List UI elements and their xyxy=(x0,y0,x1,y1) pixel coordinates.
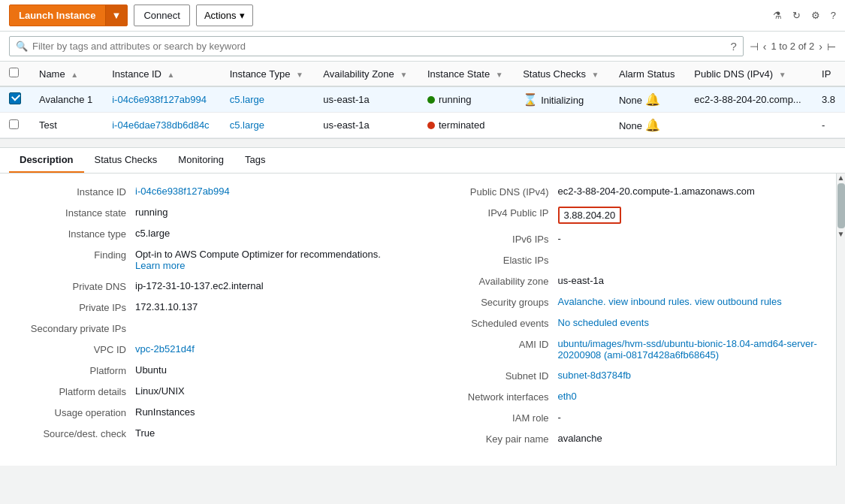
search-input[interactable] xyxy=(32,41,726,52)
instance-id-link[interactable]: i-04c6e938f127ab994 xyxy=(112,94,207,105)
actions-button[interactable]: Actions ▾ xyxy=(196,5,253,26)
desc-value[interactable]: vpc-2b521d4f xyxy=(135,343,408,355)
row-instance-type[interactable]: c5.large xyxy=(221,113,315,138)
desc-label: Usage operation xyxy=(15,406,135,418)
launch-instance-dropdown[interactable]: ▼ xyxy=(105,5,128,26)
desc-label: Elastic IPs xyxy=(438,254,558,266)
toolbar: Launch Instance ▼ Connect Actions ▾ ⚗ ↻ … xyxy=(0,0,845,32)
desc-value[interactable]: Avalanche. view inbound rules. view outb… xyxy=(558,296,831,307)
desc-value[interactable]: subnet-8d3784fb xyxy=(558,370,831,381)
row-public-dns xyxy=(685,113,813,138)
connect-button[interactable]: Connect xyxy=(134,5,189,26)
pagination-prev[interactable]: ‹ xyxy=(763,41,767,53)
tab-description[interactable]: Description xyxy=(9,148,84,173)
row-instance-id[interactable]: i-04c6e938f127ab994 xyxy=(103,86,220,113)
col-alarm-status[interactable]: Alarm Status xyxy=(610,62,685,86)
table-row[interactable]: Testi-04e6dae738db6d84cc5.largeus-east-1… xyxy=(0,113,845,138)
scroll-up[interactable]: ▲ xyxy=(837,174,845,182)
col-name[interactable]: Name ▲ xyxy=(30,62,103,86)
col-instance-id[interactable]: Instance ID ▲ xyxy=(103,62,220,86)
desc-value[interactable]: No scheduled events xyxy=(558,317,831,328)
desc-label: Public DNS (IPv4) xyxy=(438,186,558,198)
desc-label: Private IPs xyxy=(15,301,135,313)
desc-label: Finding xyxy=(15,249,135,261)
desc-row: Platform detailsLinux/UNIX xyxy=(15,385,408,397)
col-ip[interactable]: IP xyxy=(813,62,845,86)
pagination-next[interactable]: › xyxy=(819,41,822,53)
desc-value: running xyxy=(135,207,408,218)
desc-row: Usage operationRunInstances xyxy=(15,406,408,418)
col-status-checks[interactable]: Status Checks ▼ xyxy=(514,62,610,86)
desc-row: Private DNSip-172-31-10-137.ec2.internal xyxy=(15,280,408,292)
desc-value: Linux/UNIX xyxy=(135,385,408,397)
search-help-icon[interactable]: ? xyxy=(730,40,736,53)
row-instance-type[interactable]: c5.large xyxy=(221,86,315,113)
desc-row: AMI IDubuntu/images/hvm-ssd/ubuntu-bioni… xyxy=(438,338,831,361)
desc-label: Platform details xyxy=(15,385,135,397)
select-all-header[interactable] xyxy=(0,62,30,86)
tab-monitoring[interactable]: Monitoring xyxy=(167,148,234,173)
launch-instance-button[interactable]: Launch Instance ▼ xyxy=(9,5,128,26)
row-select-checkbox[interactable] xyxy=(9,119,19,129)
desc-row: PlatformUbuntu xyxy=(15,364,408,376)
row-instance-state: running xyxy=(418,86,514,113)
desc-value: ip-172-31-10-137.ec2.internal xyxy=(135,280,408,291)
pagination-first[interactable]: ⊣ xyxy=(750,41,759,53)
row-instance-id[interactable]: i-04e6dae738db6d84c xyxy=(103,113,220,138)
desc-row: Network interfaceseth0 xyxy=(438,391,831,403)
col-instance-state[interactable]: Instance State ▼ xyxy=(418,62,514,86)
alarm-icon: 🔔 xyxy=(645,119,660,131)
tab-status-checks[interactable]: Status Checks xyxy=(84,148,168,173)
row-checkbox-cell[interactable] xyxy=(0,86,30,113)
desc-row: IPv6 IPs- xyxy=(438,233,831,245)
scroll-down[interactable]: ▼ xyxy=(837,230,845,238)
desc-value[interactable]: ubuntu/images/hvm-ssd/ubuntu-bionic-18.0… xyxy=(558,338,831,361)
desc-label: Private DNS xyxy=(15,280,135,292)
col-availability-zone[interactable]: Availability Zone ▼ xyxy=(314,62,418,86)
desc-label: Availability zone xyxy=(438,275,558,287)
col-instance-type[interactable]: Instance Type ▼ xyxy=(221,62,315,86)
instance-type-link[interactable]: c5.large xyxy=(230,119,264,131)
desc-value: 172.31.10.137 xyxy=(135,301,408,312)
search-input-wrap: 🔍 ? xyxy=(9,36,744,56)
refresh-icon[interactable]: ↻ xyxy=(792,10,801,21)
instance-type-link[interactable]: c5.large xyxy=(230,94,264,105)
pagination-text: 1 to 2 of 2 xyxy=(771,41,815,52)
horizontal-scrollbar[interactable] xyxy=(0,139,845,148)
launch-instance-main[interactable]: Launch Instance xyxy=(10,5,105,26)
desc-value: avalanche xyxy=(558,433,831,444)
desc-row: Instance staterunning xyxy=(15,207,408,219)
scrollbar-thumb[interactable] xyxy=(837,183,845,228)
actions-label: Actions xyxy=(204,10,237,21)
desc-row: Elastic IPs xyxy=(438,254,831,266)
tab-tags[interactable]: Tags xyxy=(234,148,276,173)
help-icon[interactable]: ? xyxy=(831,10,836,21)
desc-value: c5.large xyxy=(135,228,408,239)
desc-value[interactable]: eth0 xyxy=(558,391,831,402)
desc-value[interactable]: i-04c6e938f127ab994 xyxy=(135,186,408,197)
select-all-checkbox[interactable] xyxy=(9,68,19,77)
instances-table-wrap: Name ▲ Instance ID ▲ Instance Type ▼ Ava… xyxy=(0,62,845,139)
desc-label: VPC ID xyxy=(15,343,135,355)
highlight-value: 3.88.204.20 xyxy=(558,207,622,224)
flask-icon[interactable]: ⚗ xyxy=(773,10,782,21)
desc-row: Subnet IDsubnet-8d3784fb xyxy=(438,370,831,382)
desc-label: Platform xyxy=(15,364,135,376)
row-checkbox-cell[interactable] xyxy=(0,113,30,138)
vertical-scrollbar[interactable]: ▲ ▼ xyxy=(836,174,845,466)
settings-icon[interactable]: ⚙ xyxy=(811,10,820,21)
desc-value: - xyxy=(558,412,831,423)
pagination-last[interactable]: ⊢ xyxy=(827,41,836,53)
col-public-dns[interactable]: Public DNS (IPv4) ▼ xyxy=(685,62,813,86)
desc-row: Secondary private IPs xyxy=(15,322,408,334)
learn-more-link[interactable]: Learn more xyxy=(135,260,185,271)
desc-value: Ubuntu xyxy=(135,364,408,376)
row-ip: 3.8 xyxy=(813,86,845,113)
table-row[interactable]: Avalanche 1i-04c6e938f127ab994c5.largeus… xyxy=(0,86,845,113)
toolbar-icons: ⚗ ↻ ⚙ ? xyxy=(773,10,836,21)
desc-row: Public DNS (IPv4)ec2-3-88-204-20.compute… xyxy=(438,186,831,198)
status-check-initializing: ⌛Initializing xyxy=(523,95,584,106)
instances-table: Name ▲ Instance ID ▲ Instance Type ▼ Ava… xyxy=(0,62,845,138)
instance-id-link[interactable]: i-04e6dae738db6d84c xyxy=(112,119,209,131)
pagination-info: ⊣ ‹ 1 to 2 of 2 › ⊢ xyxy=(750,41,836,53)
